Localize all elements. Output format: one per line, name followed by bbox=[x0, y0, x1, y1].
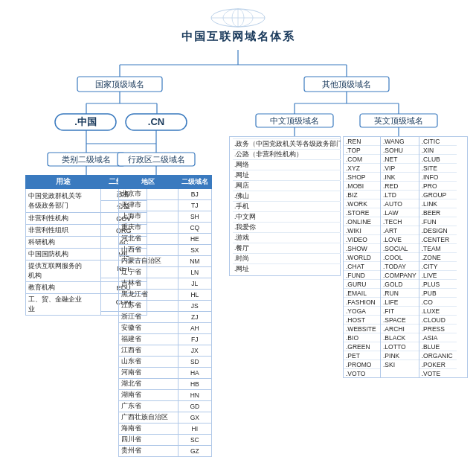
table-row: 海南省HI bbox=[119, 424, 212, 435]
en-tld-item: .INFO bbox=[419, 172, 457, 181]
table-row: 贵州省GZ bbox=[119, 446, 212, 457]
cn-tld-container: .政务（中国党政机关等各级政务部门）.公路（非营利性机构）.网络.网址.网店.佛… bbox=[229, 136, 341, 276]
en-tld-item: .EMAIL bbox=[344, 288, 380, 297]
en-tld-item: .SITE bbox=[419, 163, 457, 172]
en-tld-item: .CITIC bbox=[419, 137, 457, 145]
en-tld-item: .VOTE bbox=[419, 368, 457, 377]
en-tld-item: .INK bbox=[381, 172, 419, 181]
en-tld-item: .SKI bbox=[381, 359, 419, 368]
en-tld-col-2: .WANG.SOHU.NET.VIP.INK.RED.LTD.AUTO.LAW.… bbox=[381, 137, 419, 377]
en-tld-item: .WIKI bbox=[344, 226, 380, 234]
en-tld-item: .WORLD bbox=[344, 252, 380, 261]
cn-tld-item: .公路（非营利性机构） bbox=[233, 149, 341, 159]
en-tld-item: .BLUE bbox=[419, 342, 457, 351]
table-row: 北京市BJ bbox=[119, 189, 212, 200]
en-tld-item: .STORE bbox=[344, 208, 380, 217]
cn-tld-item: .我爱你 bbox=[233, 222, 341, 232]
cn-tld-item: .餐厅 bbox=[233, 243, 341, 253]
en-tld-item: .SHOP bbox=[344, 172, 380, 181]
en-tld-item: .HOST bbox=[344, 315, 380, 324]
table-row: 天津市TJ bbox=[119, 200, 212, 211]
en-tld-item: .WANG bbox=[381, 137, 419, 145]
en-tld-item: .MOBI bbox=[344, 181, 380, 190]
en-tld-item: .XIN bbox=[419, 145, 457, 154]
cn-tld-item: .手机 bbox=[233, 201, 341, 211]
en-tld-item: .CHAT bbox=[344, 261, 380, 270]
en-tld-item: .CLOUD bbox=[419, 315, 457, 324]
en-tld-item: .GREEN bbox=[344, 342, 380, 351]
en-tld-col-3: .CITIC.XIN.CLUB.SITE.INFO.PRO.GROUP.LINK… bbox=[419, 137, 457, 377]
cn-tld-list: .政务（中国党政机关等各级政务部门）.公路（非营利性机构）.网络.网址.网店.佛… bbox=[229, 136, 341, 276]
cn-tld-item: .政务（中国党政机关等各级政务部门） bbox=[233, 138, 341, 149]
en-tld-item: .CO bbox=[419, 297, 457, 306]
en-tld-item: .TEAM bbox=[419, 243, 457, 252]
en-tld-item: .PLUS bbox=[419, 279, 457, 288]
cn-tld-item: .佛山 bbox=[233, 191, 341, 201]
cn-tld-item: .游戏 bbox=[233, 232, 341, 243]
table-row: 四川省SC bbox=[119, 435, 212, 446]
en-tld-item: .SPACE bbox=[381, 315, 419, 324]
en-tld-item: .AUTO bbox=[381, 199, 419, 208]
en-tld-item: .FUN bbox=[419, 217, 457, 226]
en-tld-item: .GURU bbox=[344, 279, 380, 288]
en-tld-item: .NET bbox=[381, 154, 419, 163]
en-tld-item: .POKER bbox=[419, 359, 457, 368]
svg-text:国家顶级域名: 国家顶级域名 bbox=[95, 80, 144, 89]
en-tld-container: .REN.TOP.COM.XYZ.SHOP.MOBI.BIZ.WORK.STOR… bbox=[343, 136, 468, 378]
en-tld-item: .SHOW bbox=[344, 243, 380, 252]
en-tld-item: .ARCHI bbox=[381, 324, 419, 333]
en-tld-item: .GOLD bbox=[381, 279, 419, 288]
table-row: 安徽省AH bbox=[119, 323, 212, 334]
table-row: 山东省SD bbox=[119, 357, 212, 368]
en-tld-item: .ART bbox=[381, 226, 419, 234]
en-tld-item: .SOCIAL bbox=[381, 243, 419, 252]
table-row: 内蒙古自治区NM bbox=[119, 256, 212, 267]
table-row: 江西省JX bbox=[119, 345, 212, 357]
world-map-icon bbox=[208, 7, 268, 28]
en-tld-item: .TECH bbox=[381, 217, 419, 226]
en-tld-item: .COOL bbox=[381, 252, 419, 261]
svg-text:.中国: .中国 bbox=[74, 116, 97, 127]
en-tld-item: .BIZ bbox=[344, 190, 380, 199]
table-row: 江苏省JS bbox=[119, 301, 212, 312]
table-row: 重庆市CQ bbox=[119, 223, 212, 234]
svg-text:行政区二级域名: 行政区二级域名 bbox=[128, 155, 185, 164]
en-tld-item: .FUND bbox=[344, 270, 380, 279]
en-tld-col-1: .REN.TOP.COM.XYZ.SHOP.MOBI.BIZ.WORK.STOR… bbox=[344, 137, 381, 377]
en-tld-item: .DESIGN bbox=[419, 226, 457, 234]
en-tld-item: .FIT bbox=[381, 306, 419, 315]
en-tld-item: .PUB bbox=[419, 288, 457, 297]
en-tld-item: .BEER bbox=[419, 208, 457, 217]
en-tld-item: .PRESS bbox=[419, 324, 457, 333]
category-col-usage: 用途 bbox=[26, 176, 101, 189]
en-tld-item: .PROMO bbox=[344, 359, 380, 368]
table-row: 福建省FJ bbox=[119, 334, 212, 345]
en-tld-item: .ASIA bbox=[419, 333, 457, 342]
table-row: 河北省HE bbox=[119, 234, 212, 245]
table-row: 黑龙江省HL bbox=[119, 290, 212, 301]
en-tld-item: .PET bbox=[344, 351, 380, 359]
en-tld-item: .COMPANY bbox=[381, 270, 419, 279]
en-tld-item: .BLACK bbox=[381, 333, 419, 342]
table-row: 吉林省JL bbox=[119, 278, 212, 290]
en-tld-item: .VIP bbox=[381, 163, 419, 172]
region-col-domain: 二级域名 bbox=[178, 176, 211, 189]
table-row: 上海市SH bbox=[119, 211, 212, 223]
svg-text:英文顶级域名: 英文顶级域名 bbox=[374, 116, 423, 125]
en-tld-item: .WORK bbox=[344, 199, 380, 208]
en-tld-item: .ORGANIC bbox=[419, 351, 457, 359]
table-row: 浙江省ZJ bbox=[119, 312, 212, 323]
en-tld-list: .REN.TOP.COM.XYZ.SHOP.MOBI.BIZ.WORK.STOR… bbox=[343, 136, 468, 378]
cn-tld-item: .网络 bbox=[233, 159, 341, 170]
en-tld-item: .LIFE bbox=[381, 297, 419, 306]
region-col-area: 地区 bbox=[119, 176, 178, 189]
cn-tld-item: .网店 bbox=[233, 180, 341, 191]
tree-diagram: 国家顶级域名 其他顶级域名 .中国 .CN bbox=[4, 48, 472, 457]
cn-tld-item: .中文网 bbox=[233, 211, 341, 222]
table-row: 广东省GD bbox=[119, 401, 212, 412]
table-row: 河南省HA bbox=[119, 368, 212, 379]
svg-text:中文顶级域名: 中文顶级域名 bbox=[270, 116, 319, 125]
en-tld-item: .VOTO bbox=[344, 368, 380, 377]
en-tld-item: .ZONE bbox=[419, 252, 457, 261]
en-tld-item: .GROUP bbox=[419, 190, 457, 199]
